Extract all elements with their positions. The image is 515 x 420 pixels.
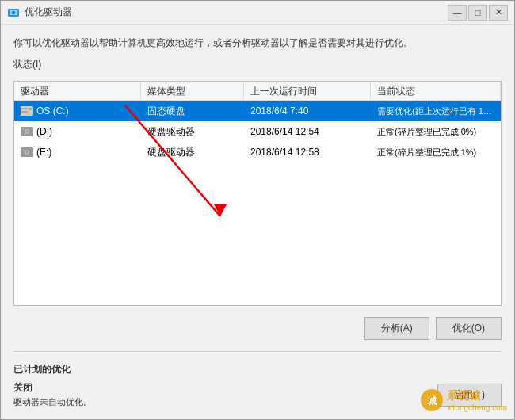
analyze-button[interactable]: 分析(A) xyxy=(364,317,429,340)
scheduled-label: 已计划的优化 xyxy=(13,363,502,376)
title-bar-left: 优化驱动器 xyxy=(7,6,72,19)
svg-point-9 xyxy=(26,131,28,132)
svg-rect-4 xyxy=(21,108,28,109)
drive-lastrun-c: 2018/6/4 7:40 xyxy=(244,103,371,119)
drive-name-e: (E:) xyxy=(14,144,141,160)
drive-media-d: 硬盘驱动器 xyxy=(141,123,244,141)
svg-rect-6 xyxy=(29,108,32,110)
watermark-logo: 城 xyxy=(420,388,444,412)
drive-status-c: 需要优化(距上次运行已有 196 天) xyxy=(371,103,501,120)
main-window: 优化驱动器 — □ ✕ 你可以优化驱动器以帮助计算机更高效地运行，或者分析驱动器… xyxy=(0,0,515,420)
description-text: 你可以优化驱动器以帮助计算机更高效地运行，或者分析驱动器以了解是否需要对其进行优… xyxy=(13,36,502,50)
watermark-label: 系统城 xyxy=(447,389,507,403)
title-bar: 优化驱动器 — □ ✕ xyxy=(1,1,514,25)
svg-text:城: 城 xyxy=(426,395,437,407)
minimize-button[interactable]: — xyxy=(448,5,467,21)
drive-lastrun-d: 2018/6/14 12:54 xyxy=(244,124,371,139)
svg-rect-5 xyxy=(21,111,28,113)
svg-point-13 xyxy=(26,151,28,153)
drive-status-d: 正常(碎片整理已完成 0%) xyxy=(371,124,501,140)
window-icon xyxy=(7,6,20,19)
watermark-site: xitongcheng.com xyxy=(447,403,507,412)
scheduled-status-left: 关闭 驱动器未自动优化。 xyxy=(13,381,92,408)
drives-panel: 驱动器 媒体类型 上一次运行时间 当前状态 xyxy=(13,81,502,306)
drive-status-e: 正常(碎片整理已完成 1%) xyxy=(371,144,501,161)
watermark: 城 系统城 xitongcheng.com xyxy=(420,388,507,412)
svg-rect-14 xyxy=(21,149,25,151)
drive-row-d[interactable]: (D:) 硬盘驱动器 2018/6/14 12:54 正常(碎片整理已完成 0%… xyxy=(14,121,501,142)
col-header-status: 当前状态 xyxy=(371,82,501,100)
hdd-drive-icon-d xyxy=(21,126,33,137)
drive-row-e[interactable]: (E:) 硬盘驱动器 2018/6/14 12:58 正常(碎片整理已完成 1%… xyxy=(14,142,501,162)
svg-point-2 xyxy=(12,11,15,14)
drives-table-header: 驱动器 媒体类型 上一次运行时间 当前状态 xyxy=(14,82,501,101)
maximize-button[interactable]: □ xyxy=(468,5,487,21)
drive-row-c[interactable]: OS (C:) 固态硬盘 2018/6/4 7:40 需要优化(距上次运行已有 … xyxy=(14,101,501,121)
drive-name-d: (D:) xyxy=(14,124,141,139)
close-button[interactable]: ✕ xyxy=(489,5,508,21)
scheduled-status-value: 关闭 xyxy=(13,381,92,395)
svg-marker-16 xyxy=(214,204,227,216)
drive-media-c: 固态硬盘 xyxy=(141,102,244,120)
title-controls: — □ ✕ xyxy=(448,5,508,21)
window-body: 你可以优化驱动器以帮助计算机更高效地运行，或者分析驱动器以了解是否需要对其进行优… xyxy=(1,25,514,419)
ssd-drive-icon xyxy=(21,105,33,116)
col-header-drive: 驱动器 xyxy=(14,82,141,100)
status-section-label: 状态(I) xyxy=(13,58,502,71)
col-header-lastrun: 上一次运行时间 xyxy=(244,82,371,100)
svg-rect-10 xyxy=(21,128,25,130)
drive-media-e: 硬盘驱动器 xyxy=(141,143,244,162)
scheduled-status-detail: 驱动器未自动优化。 xyxy=(13,396,92,408)
drives-list: OS (C:) 固态硬盘 2018/6/4 7:40 需要优化(距上次运行已有 … xyxy=(14,101,501,162)
col-header-media: 媒体类型 xyxy=(141,82,244,100)
optimize-button[interactable]: 优化(O) xyxy=(436,317,502,340)
drive-lastrun-e: 2018/6/14 12:58 xyxy=(244,144,371,160)
drive-name-c: OS (C:) xyxy=(14,103,141,119)
window-title: 优化驱动器 xyxy=(25,6,72,19)
hdd-drive-icon-e xyxy=(21,147,33,158)
action-buttons-row: 分析(A) 优化(O) xyxy=(13,317,502,340)
section-divider xyxy=(13,351,502,352)
